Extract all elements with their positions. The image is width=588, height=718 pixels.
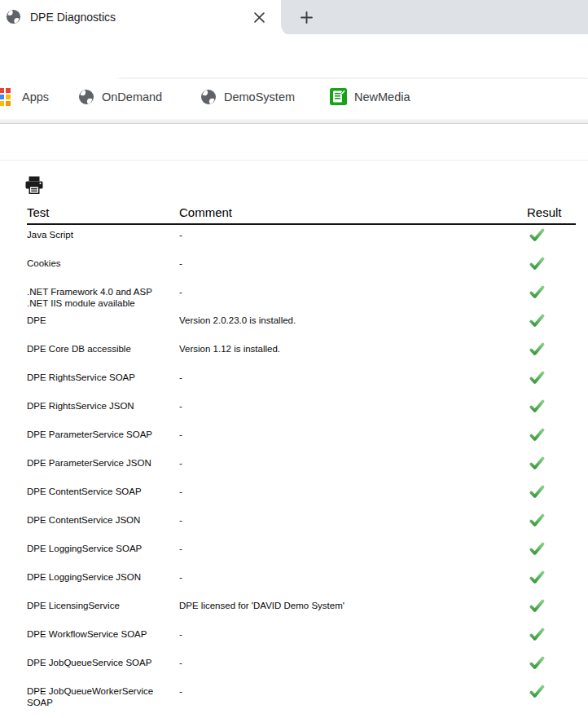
result-cell: [527, 657, 576, 670]
test-cell: DPE Core DB accessible: [27, 343, 179, 355]
result-cell: [527, 514, 576, 527]
result-cell: [527, 315, 576, 328]
result-cell: [527, 286, 576, 299]
pass-check-icon: [529, 428, 545, 442]
comment-cell: -: [179, 457, 527, 469]
tab-strip: DPE Diagnostics: [0, 0, 588, 34]
result-cell: [527, 600, 576, 613]
comment-cell: -: [179, 429, 527, 440]
table-row: DPE ContentService SOAP-: [27, 482, 576, 510]
comment-cell: -: [179, 486, 527, 497]
comment-cell: -: [179, 514, 527, 526]
test-cell: DPE JobQueueWorkerService SOAP: [27, 685, 179, 709]
header-test: Test: [27, 205, 179, 219]
table-row: DPE RightsService SOAP-: [27, 368, 576, 396]
test-cell: DPE ContentService JSON: [27, 514, 179, 526]
pass-check-icon: [529, 570, 545, 584]
comment-cell: -: [179, 628, 527, 640]
table-row: DPE LoggingService SOAP-: [27, 539, 576, 567]
printer-icon[interactable]: [24, 175, 44, 196]
test-cell: Java Script: [27, 229, 179, 240]
table-row: DPE WorkflowService SOAP-: [27, 624, 576, 653]
tab-strip-background: [281, 0, 588, 36]
pass-check-icon: [529, 342, 545, 356]
pass-check-icon: [529, 656, 545, 670]
bookmark-label: NewMedia: [354, 90, 410, 104]
test-cell: DPE WorkflowService SOAP: [27, 628, 179, 640]
bookmark-label: Apps: [22, 90, 49, 104]
bookmarks-bar: Apps OnDemand DemoSystem NewMedia: [0, 79, 588, 114]
pass-check-icon: [529, 399, 545, 413]
pass-check-icon: [529, 228, 545, 242]
test-cell: DPE RightsService JSON: [27, 400, 179, 412]
comment-cell: Version 2.0.23.0 is installed.: [179, 315, 527, 326]
diagnostics-table-body: Java Script- Cookies- .NET Framework 4.0…: [27, 225, 576, 710]
pass-check-icon: [529, 599, 545, 613]
table-row: DPE Core DB accessibleVersion 1.12 is in…: [27, 339, 576, 368]
bookmark-newmedia[interactable]: NewMedia: [330, 79, 410, 114]
result-cell: [527, 258, 576, 271]
bookmark-label: DemoSystem: [224, 90, 295, 104]
bookmark-ondemand[interactable]: OnDemand: [78, 79, 162, 114]
test-cell: DPE: [27, 315, 179, 326]
table-row: DPEVersion 2.0.23.0 is installed.: [27, 311, 576, 339]
comment-cell: -: [179, 400, 527, 412]
comment-cell: -: [179, 258, 527, 269]
comment-cell: Version 1.12 is installed.: [179, 343, 527, 355]
globe-icon: [78, 89, 94, 105]
result-cell: [527, 486, 576, 499]
globe-icon: [200, 89, 217, 105]
header-result: Result: [527, 205, 576, 219]
test-cell: DPE RightsService SOAP: [27, 372, 179, 383]
tab-close-icon[interactable]: [249, 7, 269, 27]
test-cell: DPE JobQueueService SOAP: [27, 657, 179, 668]
pass-check-icon: [529, 542, 545, 556]
tab-title: DPE Diagnostics: [30, 0, 116, 34]
pass-check-icon: [529, 257, 545, 271]
pass-check-icon: [529, 685, 545, 698]
new-tab-button[interactable]: [295, 6, 318, 29]
test-cell: DPE ContentService SOAP: [27, 486, 179, 497]
table-row: Java Script-: [27, 225, 576, 253]
pass-check-icon: [529, 314, 545, 328]
test-cell: DPE ParameterService SOAP: [27, 429, 179, 440]
diagnostics-table: Test Comment Result Java Script- Cookies…: [27, 205, 576, 710]
test-cell: DPE LoggingService SOAP: [27, 543, 179, 554]
chrome-bottom-shadow: [0, 119, 588, 124]
result-cell: [527, 429, 576, 442]
test-cell: .NET Framework 4.0 and ASP .NET IIS modu…: [27, 286, 179, 310]
pass-check-icon: [529, 456, 545, 470]
table-row: DPE LoggingService JSON-: [27, 567, 576, 596]
page-top-divider: [0, 160, 588, 161]
table-row: DPE ParameterService JSON-: [27, 453, 576, 482]
apps-grid-icon: [0, 88, 15, 106]
comment-cell: -: [179, 229, 527, 240]
result-cell: [527, 400, 576, 413]
result-cell: [527, 372, 576, 385]
comment-cell: -: [179, 685, 527, 697]
test-cell: Cookies: [27, 258, 179, 269]
result-cell: [527, 457, 576, 470]
result-cell: [527, 628, 576, 641]
table-row: DPE ParameterService SOAP-: [27, 425, 576, 453]
bookmark-label: OnDemand: [102, 90, 162, 104]
result-cell: [527, 685, 576, 698]
bookmark-apps[interactable]: Apps: [0, 79, 49, 114]
bookmark-demosystem[interactable]: DemoSystem: [200, 79, 295, 114]
pass-check-icon: [529, 513, 545, 527]
table-row: DPE ContentService JSON-: [27, 510, 576, 539]
table-row: .NET Framework 4.0 and ASP .NET IIS modu…: [27, 282, 576, 311]
table-row: DPE LicensingServiceDPE licensed for 'DA…: [27, 596, 576, 624]
test-cell: DPE LoggingService JSON: [27, 571, 179, 583]
comment-cell: -: [179, 543, 527, 554]
pass-check-icon: [529, 285, 545, 299]
comment-cell: -: [179, 571, 527, 583]
result-cell: [527, 343, 576, 356]
result-cell: [527, 229, 576, 242]
test-cell: DPE LicensingService: [27, 600, 179, 611]
comment-cell: -: [179, 286, 527, 297]
comment-cell: -: [179, 657, 527, 668]
result-cell: [527, 543, 576, 556]
green-notes-icon: [330, 88, 347, 105]
table-row: DPE RightsService JSON-: [27, 396, 576, 425]
